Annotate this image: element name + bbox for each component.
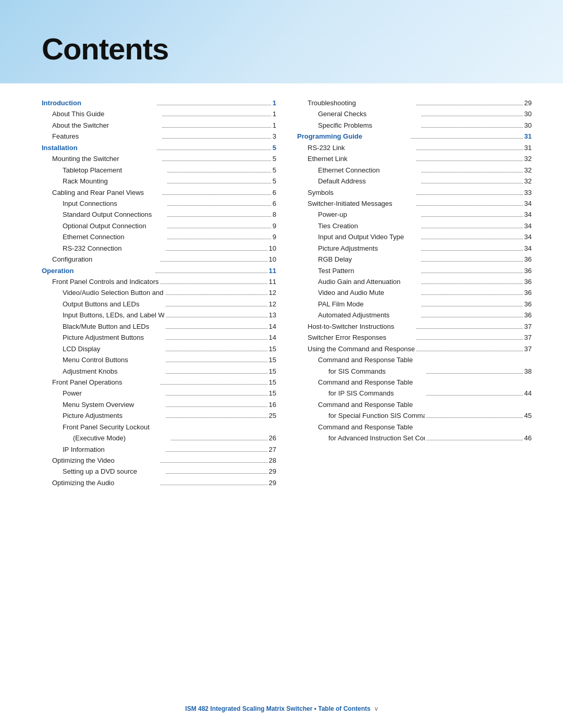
toc-page: 34 bbox=[524, 220, 532, 231]
toc-entry: Troubleshooting29 bbox=[297, 97, 532, 108]
toc-multiline-entry: Command and Response Tablefor SIS Comman… bbox=[297, 354, 532, 377]
toc-dots bbox=[416, 351, 523, 351]
toc-entry: Input Buttons, LEDs, and Label Window13 bbox=[42, 310, 276, 320]
toc-dots bbox=[157, 150, 271, 150]
toc-label: Input and Output Video Type bbox=[318, 231, 420, 242]
toc-dots bbox=[162, 161, 271, 161]
toc-dots bbox=[421, 127, 523, 128]
page-footer: ISM 482 Integrated Scaling Matrix Switch… bbox=[0, 705, 563, 712]
toc-entry: About This Guide1 bbox=[42, 108, 276, 119]
toc-dots bbox=[167, 205, 271, 206]
toc-page: 5 bbox=[273, 153, 276, 164]
toc-dots bbox=[166, 250, 267, 251]
toc-multiline-entry: Front Panel Security Lockout(Executive M… bbox=[42, 422, 276, 444]
toc-label: Test Pattern bbox=[318, 265, 420, 276]
toc-dots bbox=[166, 473, 267, 474]
toc-label: Command and Response Table bbox=[318, 356, 413, 364]
toc-multiline-entry: Command and Response Tablefor IP SIS Com… bbox=[297, 377, 532, 399]
toc-dots bbox=[167, 216, 271, 217]
toc-page: 1 bbox=[273, 120, 276, 131]
toc-label: Ethernet Connection bbox=[63, 231, 166, 242]
toc-page: 8 bbox=[273, 209, 276, 220]
toc-page: 11 bbox=[269, 276, 276, 287]
toc-dots bbox=[161, 485, 267, 485]
toc-label: Input Connections bbox=[63, 198, 166, 209]
toc-label: Introduction bbox=[42, 97, 155, 108]
toc-entry: Video/Audio Selection Button and LEDs12 bbox=[42, 287, 276, 298]
toc-entry: Programming Guide31 bbox=[297, 131, 532, 142]
toc-page: 5 bbox=[273, 142, 276, 153]
toc-dots bbox=[162, 194, 271, 195]
toc-dots bbox=[416, 150, 523, 150]
toc-dots bbox=[421, 116, 523, 116]
toc-dots bbox=[166, 306, 267, 306]
toc-label-continuation: for Advanced Instruction Set Commands ..… bbox=[328, 433, 425, 443]
toc-page: 5 bbox=[273, 176, 276, 187]
toc-label: Mounting the Switcher bbox=[52, 153, 161, 164]
toc-entry: Menu Control Buttons15 bbox=[42, 354, 276, 365]
toc-dots bbox=[426, 373, 523, 374]
toc-dots bbox=[162, 127, 271, 128]
toc-label: Operation bbox=[42, 265, 154, 276]
toc-entry: Setting up a DVD source29 bbox=[42, 466, 276, 477]
toc-page: 32 bbox=[524, 176, 532, 187]
toc-dots bbox=[411, 138, 523, 139]
toc-entry: Optional Output Connection9 bbox=[42, 220, 276, 231]
toc-page: 37 bbox=[524, 343, 532, 354]
toc-dots bbox=[421, 239, 523, 239]
toc-dots bbox=[416, 194, 523, 195]
toc-dots bbox=[166, 339, 267, 340]
toc-dots bbox=[167, 228, 271, 228]
toc-entry: Installation5 bbox=[42, 142, 276, 153]
toc-entry: IP Information27 bbox=[42, 444, 276, 455]
toc-label: Troubleshooting bbox=[308, 97, 414, 108]
toc-page: 3 bbox=[273, 131, 276, 142]
toc-page: 36 bbox=[524, 287, 532, 298]
toc-dots bbox=[416, 339, 523, 340]
toc-page: 29 bbox=[269, 477, 276, 488]
toc-entry: Menu System Overview16 bbox=[42, 399, 276, 410]
toc-label: Picture Adjustment Buttons bbox=[63, 332, 164, 343]
toc-page: 27 bbox=[269, 444, 276, 455]
toc-page: 37 bbox=[524, 332, 532, 343]
toc-page: 46 bbox=[524, 433, 532, 443]
toc-entry: Input Connections6 bbox=[42, 198, 276, 209]
toc-label: Standard Output Connections bbox=[63, 209, 166, 220]
toc-page: 31 bbox=[524, 142, 532, 153]
toc-dots bbox=[155, 273, 267, 273]
toc-entry: Power15 bbox=[42, 388, 276, 399]
toc-label: Rack Mounting bbox=[63, 176, 166, 187]
toc-dots bbox=[166, 351, 267, 351]
toc-dots bbox=[162, 116, 271, 116]
toc-label: Ethernet Connection bbox=[318, 165, 420, 176]
toc-label: Menu System Overview bbox=[63, 399, 164, 410]
toc-page: 29 bbox=[524, 97, 532, 108]
toc-entry: Operation11 bbox=[42, 265, 276, 276]
toc-entry: Black/Mute Button and LEDs14 bbox=[42, 321, 276, 332]
toc-label: Switcher Error Responses bbox=[308, 332, 414, 343]
toc-label: Ethernet Link bbox=[308, 153, 414, 164]
toc-label: Symbols bbox=[308, 187, 414, 198]
toc-entry: Picture Adjustment Buttons14 bbox=[42, 332, 276, 343]
toc-dots bbox=[166, 417, 267, 418]
toc-page: 33 bbox=[524, 187, 532, 198]
toc-dots bbox=[167, 183, 271, 183]
toc-label: PAL Film Mode bbox=[318, 299, 420, 310]
toc-label: Command and Response Table bbox=[318, 401, 413, 409]
toc-label: Cabling and Rear Panel Views bbox=[52, 187, 161, 198]
toc-entry: Front Panel Operations15 bbox=[42, 377, 276, 388]
toc-label-continuation: for Special Function SIS Commands bbox=[328, 410, 425, 421]
toc-label-continuation: for SIS Commands bbox=[328, 366, 425, 377]
toc-label: Specific Problems bbox=[318, 120, 420, 131]
toc-entry: Rack Mounting5 bbox=[42, 176, 276, 187]
toc-page: 6 bbox=[273, 198, 276, 209]
toc-label: RS-232 Connection bbox=[63, 243, 164, 254]
toc-label: Switcher-Initiated Messages bbox=[308, 198, 414, 209]
toc-entry: Default Address32 bbox=[297, 176, 532, 187]
toc-dots bbox=[161, 384, 267, 385]
toc-label: Tabletop Placement bbox=[63, 165, 166, 176]
toc-entry: Picture Adjustments25 bbox=[42, 410, 276, 421]
toc-label: Front Panel Security Lockout bbox=[63, 423, 150, 431]
toc-page: 13 bbox=[269, 310, 276, 320]
toc-page: 10 bbox=[269, 254, 276, 265]
